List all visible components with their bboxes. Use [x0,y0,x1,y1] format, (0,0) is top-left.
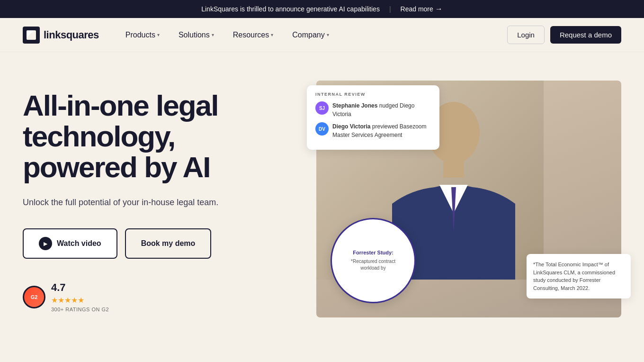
review-action-sj: nudged [379,102,400,109]
nav-menu: Products ▾ Solutions ▾ Resources ▾ Compa… [118,27,337,43]
hero-title: All-in-one legal technology, powered by … [23,90,316,182]
nav-resources-label: Resources [233,31,269,39]
hero-title-line2: technology, [23,120,175,153]
read-more-label: Read more [401,5,433,13]
hero-subtitle: Unlock the full potential of your in-hou… [23,196,259,209]
chevron-down-icon: ▾ [271,32,273,37]
chevron-down-icon: ▾ [157,32,160,37]
nav-item-company[interactable]: Company ▾ [285,27,336,43]
rating-section: G2 4.7 ★★★★★ 300+ RATINGS ON G2 [23,281,316,312]
logo-text-container: linksquares [44,29,99,41]
nav-company-label: Company [292,31,324,39]
avatar-sj: SJ [315,101,329,115]
main-nav: linksquares Products ▾ Solutions ▾ Resou… [0,18,644,52]
review-action-dv: previewed [372,123,400,130]
watch-video-label: Watch video [57,239,101,248]
hero-content-right: INTERNAL REVIEW SJ Stephanie Jones nudge… [316,81,621,317]
reviewer-name-sj: Stephanie Jones [332,102,377,109]
login-button[interactable]: Login [507,26,545,44]
rating-score: 4.7 [51,281,109,294]
request-demo-button[interactable]: Request a demo [550,26,621,44]
logo-text: linksquares [44,29,99,41]
avatar-dv: DV [315,122,329,136]
review-text-sj: Stephanie Jones nudged Diego Victoria [332,101,431,118]
forrester-title: Forrester Study: [353,250,394,255]
internal-review-card: INTERNAL REVIEW SJ Stephanie Jones nudge… [307,85,439,150]
announcement-divider: | [389,5,391,13]
footnote-card: *The Total Economic Impact™ of LinkSquar… [527,254,631,299]
hero-title-line1: All-in-one legal [23,89,218,122]
announcement-text: LinkSquares is thrilled to announce gene… [201,5,380,13]
announcement-bar: LinkSquares is thrilled to announce gene… [0,0,644,18]
chevron-down-icon: ▾ [212,32,214,37]
nav-solutions-label: Solutions [179,31,210,39]
svg-rect-2 [443,159,464,178]
watch-video-button[interactable]: ▶ Watch video [23,228,117,259]
nav-products-label: Products [125,31,155,39]
footnote-text: *The Total Economic Impact™ of LinkSquar… [533,262,615,291]
reviewer-name-dv: Diego Victoria [332,123,370,130]
hero-buttons: ▶ Watch video Book my demo [23,228,316,259]
hero-content-left: All-in-one legal technology, powered by … [23,81,316,312]
nav-item-solutions[interactable]: Solutions ▾ [171,27,222,43]
rating-info: 4.7 ★★★★★ 300+ RATINGS ON G2 [51,281,109,312]
hero-section: All-in-one legal technology, powered by … [0,52,644,346]
review-text-dv: Diego Victoria previewed Basezoom Master… [332,122,431,139]
rating-label: 300+ RATINGS ON G2 [51,307,109,312]
nav-left: linksquares Products ▾ Solutions ▾ Resou… [23,27,337,44]
nav-right: Login Request a demo [507,26,621,44]
nav-item-resources[interactable]: Resources ▾ [225,27,281,43]
logo-mark-inner [27,30,36,40]
forrester-quote: *Recaptured contract workload by [341,258,405,272]
logo-link[interactable]: linksquares [23,27,99,44]
arrow-icon: → [435,5,443,13]
review-entry-dv: DV Diego Victoria previewed Basezoom Mas… [315,122,431,139]
nav-item-products[interactable]: Products ▾ [118,27,167,43]
review-tag: INTERNAL REVIEW [315,92,431,97]
rating-stars: ★★★★★ [51,296,109,305]
read-more-link[interactable]: Read more → [401,5,443,13]
forrester-study-card: Forrester Study: *Recaptured contract wo… [331,218,416,303]
book-demo-button[interactable]: Book my demo [125,228,212,259]
logo-mark [23,27,40,44]
review-entry-sj: SJ Stephanie Jones nudged Diego Victoria [315,101,431,118]
book-demo-label: Book my demo [141,239,196,248]
hero-title-line3: powered by AI [23,151,210,183]
play-icon: ▶ [39,237,52,250]
g2-badge: G2 [23,286,45,308]
chevron-down-icon: ▾ [327,32,329,37]
